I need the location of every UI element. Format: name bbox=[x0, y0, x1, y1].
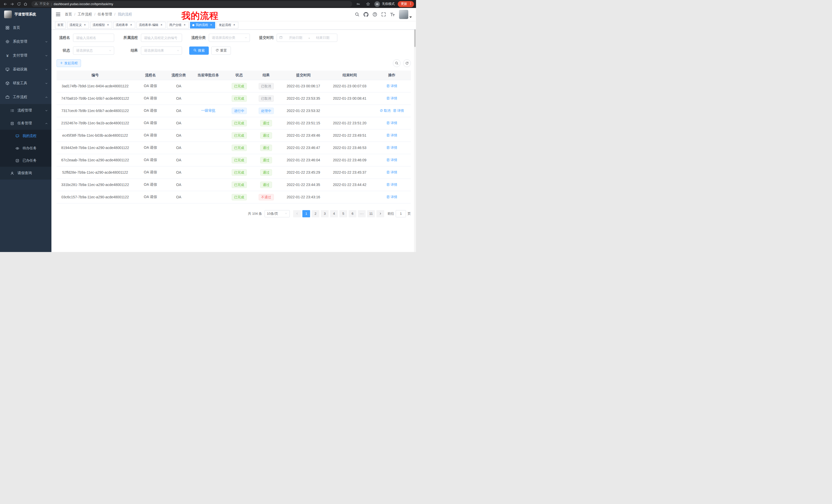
tab-流程表单-编辑[interactable]: 流程表单-编辑 × bbox=[136, 22, 165, 29]
end-date[interactable]: 结束日期 bbox=[311, 35, 335, 40]
close-icon[interactable]: × bbox=[183, 23, 186, 27]
tab-流程模型[interactable]: 流程模型 × bbox=[90, 22, 112, 29]
detail-link[interactable]: 详情 bbox=[386, 133, 397, 138]
detail-link[interactable]: 详情 bbox=[386, 145, 397, 150]
current-task-link[interactable]: 一级审批 bbox=[201, 108, 215, 113]
page-button-3[interactable]: 3 bbox=[321, 210, 329, 217]
date-range-picker[interactable]: 开始日期 - 结束日期 bbox=[277, 34, 337, 42]
user-menu[interactable] bbox=[399, 10, 412, 19]
sidebar-item-system[interactable]: 系统管理 bbox=[0, 35, 51, 49]
detail-link[interactable]: 详情 bbox=[393, 108, 404, 113]
detail-link[interactable]: 详情 bbox=[386, 195, 397, 199]
cancel-link[interactable]: 取消 bbox=[380, 108, 391, 113]
definition-input[interactable] bbox=[141, 34, 182, 42]
close-icon[interactable]: × bbox=[83, 23, 87, 27]
detail-link[interactable]: 详情 bbox=[386, 170, 397, 175]
star-icon[interactable] bbox=[365, 1, 371, 7]
sidebar-item-todo[interactable]: 待办任务 bbox=[0, 142, 51, 155]
navbar: 首页 / 工作流程 / 任务管理 / 我的流程 bbox=[51, 8, 416, 21]
detail-link[interactable]: 详情 bbox=[386, 183, 397, 187]
hamburger-icon[interactable] bbox=[55, 12, 61, 17]
security-label[interactable]: 不安全 bbox=[40, 2, 49, 6]
tab-我的流程[interactable]: 我的流程 × bbox=[190, 22, 215, 29]
refresh-table-button[interactable] bbox=[403, 59, 411, 67]
detail-link[interactable]: 详情 bbox=[386, 121, 397, 125]
page-more-button[interactable]: ··· bbox=[358, 210, 366, 217]
page-button-2[interactable]: 2 bbox=[312, 210, 319, 217]
sidebar-item-home[interactable]: 首页 bbox=[0, 21, 51, 35]
key-icon[interactable] bbox=[355, 1, 362, 7]
cell-status: 已完成 bbox=[226, 92, 252, 105]
close-icon[interactable]: × bbox=[209, 23, 213, 27]
tab-流程表单[interactable]: 流程表单 × bbox=[113, 22, 135, 29]
chevron-down-icon bbox=[45, 40, 48, 43]
tab-用户分组[interactable]: 用户分组 × bbox=[167, 22, 189, 29]
sidebar-item-done[interactable]: 已办任务 bbox=[0, 155, 51, 167]
sidebar-item-pay[interactable]: ¥ 支付管理 bbox=[0, 49, 51, 62]
create-process-button[interactable]: 发起流程 bbox=[57, 59, 81, 67]
avatar[interactable] bbox=[399, 10, 408, 19]
close-icon[interactable]: × bbox=[129, 23, 133, 27]
home-icon[interactable] bbox=[22, 1, 29, 7]
start-date[interactable]: 开始日期 bbox=[284, 35, 308, 40]
close-icon[interactable]: × bbox=[232, 23, 236, 27]
tab-发起流程[interactable]: 发起流程 × bbox=[216, 22, 238, 29]
forward-icon[interactable] bbox=[9, 1, 16, 7]
page-button-11[interactable]: 11 bbox=[367, 210, 375, 217]
cell-id: 7317cec6-7b9b-11ec-b5b7-acde48001122 bbox=[57, 105, 134, 117]
process-name-input[interactable] bbox=[73, 34, 114, 42]
sidebar-item-leave-query[interactable]: 请假查询 bbox=[0, 167, 51, 179]
next-page-button[interactable] bbox=[376, 210, 384, 217]
detail-link[interactable]: 详情 bbox=[386, 158, 397, 162]
sidebar-item-process-mgmt[interactable]: 流程管理 bbox=[0, 104, 51, 117]
detail-link[interactable]: 详情 bbox=[386, 96, 397, 101]
reload-icon[interactable] bbox=[16, 1, 22, 7]
page-button-4[interactable]: 4 bbox=[330, 210, 338, 217]
back-icon[interactable] bbox=[2, 1, 9, 7]
page-scrollbar[interactable] bbox=[414, 8, 416, 252]
tab-首页[interactable]: 首页 bbox=[55, 22, 66, 29]
result-tag: 处理中 bbox=[259, 108, 274, 114]
cell-category: OA bbox=[167, 92, 190, 105]
cell-category: OA bbox=[167, 142, 190, 154]
close-icon[interactable]: × bbox=[106, 23, 110, 27]
tab-流程定义[interactable]: 流程定义 × bbox=[67, 22, 89, 29]
search-button[interactable]: 搜索 bbox=[189, 47, 209, 55]
result-select[interactable]: 请选择流结果 bbox=[141, 47, 182, 55]
category-select[interactable]: 请选择流程分类 bbox=[209, 34, 250, 42]
page-button-6[interactable]: 6 bbox=[349, 210, 356, 217]
reset-button[interactable]: 重置 bbox=[211, 47, 231, 55]
breadcrumb-workflow[interactable]: 工作流程 bbox=[78, 12, 92, 17]
cell-process-name: OA 请假 bbox=[134, 154, 167, 166]
update-button[interactable]: 更新 bbox=[398, 1, 414, 7]
sidebar-item-my-process[interactable]: 我的流程 bbox=[0, 130, 51, 142]
breadcrumb-home[interactable]: 首页 bbox=[65, 12, 72, 17]
page-jump-input[interactable] bbox=[396, 210, 406, 217]
cell-actions: 详情 bbox=[373, 92, 411, 105]
toggle-search-button[interactable] bbox=[393, 59, 400, 67]
prev-page-button[interactable] bbox=[293, 210, 301, 217]
sidebar-item-infra[interactable]: 基础设施 bbox=[0, 62, 51, 76]
cell-end-time: 2022-01-22 23:46:09 bbox=[327, 154, 373, 166]
breadcrumb-task-mgmt[interactable]: 任务管理 bbox=[98, 12, 112, 17]
status-select[interactable]: 请选择状态 bbox=[73, 47, 114, 55]
url-bar[interactable]: 不安全 | dashboard.yudao.iocoder.cn/bpm/tas… bbox=[31, 1, 352, 7]
search-icon[interactable] bbox=[355, 12, 359, 17]
github-icon[interactable] bbox=[364, 12, 368, 17]
fullscreen-icon[interactable] bbox=[381, 12, 386, 17]
sidebar-item-task-mgmt[interactable]: 任务管理 bbox=[0, 117, 51, 130]
cell-category: OA bbox=[167, 117, 190, 129]
cell-submit-time: 2022-01-22 23:46:47 bbox=[280, 142, 327, 154]
menu-dots-icon[interactable] bbox=[409, 2, 412, 6]
detail-link[interactable]: 详情 bbox=[386, 84, 397, 88]
page-size-select[interactable]: 10条/页 bbox=[265, 210, 290, 217]
sidebar-item-workflow[interactable]: 工作流程 bbox=[0, 90, 51, 104]
page-button-1[interactable]: 1 bbox=[302, 210, 310, 217]
page-button-5[interactable]: 5 bbox=[339, 210, 347, 217]
close-icon[interactable]: × bbox=[160, 23, 163, 27]
sidebar-item-dev[interactable]: 研发工具 bbox=[0, 76, 51, 90]
url-text[interactable]: dashboard.yudao.iocoder.cn/bpm/task/my bbox=[54, 2, 113, 6]
app-logo[interactable]: 芋道管理系统 bbox=[0, 8, 51, 21]
font-size-icon[interactable] bbox=[390, 12, 395, 17]
help-icon[interactable] bbox=[372, 12, 377, 17]
